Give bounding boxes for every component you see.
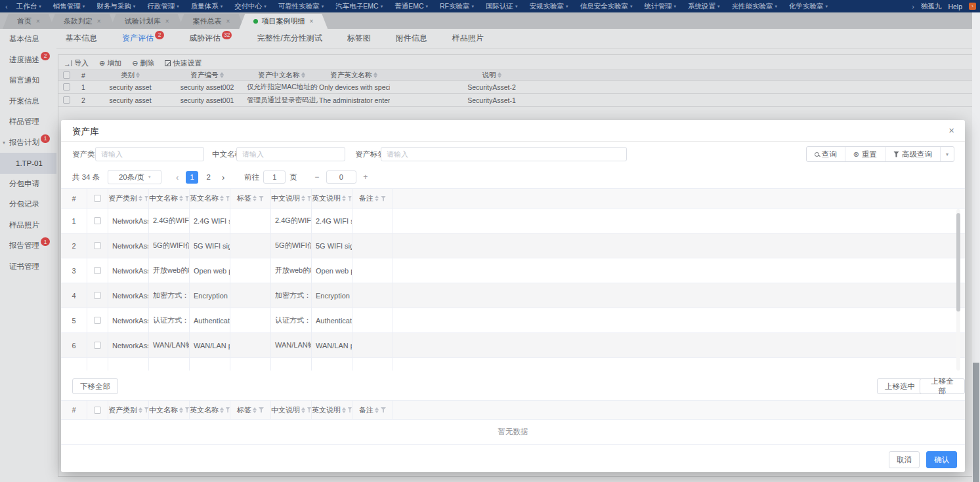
next-page-icon[interactable]: › bbox=[217, 173, 230, 182]
table-row[interactable]: 2 NetworkAsset 5G的WIFI信号广播 5G WIFI signa… bbox=[61, 233, 965, 258]
page-number-2[interactable]: 2 bbox=[202, 171, 215, 184]
table-scrollbar[interactable] bbox=[956, 209, 960, 371]
filter-icon[interactable] bbox=[307, 407, 311, 412]
sort-icon[interactable] bbox=[342, 195, 346, 201]
column-header[interactable]: 备注 bbox=[352, 189, 393, 209]
filter-icon[interactable] bbox=[185, 407, 189, 412]
query-button[interactable]: 查询 bbox=[807, 147, 845, 161]
table-row[interactable]: 6 NetworkAsset WAN/LAN物理接 WAN/LAN physic… bbox=[61, 333, 965, 358]
page-scrollbar[interactable] bbox=[972, 12, 980, 482]
sort-icon[interactable] bbox=[179, 407, 183, 413]
sort-icon[interactable] bbox=[375, 195, 379, 201]
select-all-checkbox[interactable] bbox=[94, 195, 101, 202]
prev-page-icon[interactable]: ‹ bbox=[171, 173, 184, 182]
scrollbar-thumb[interactable] bbox=[973, 363, 979, 482]
advanced-query-dropdown[interactable]: ▾ bbox=[940, 147, 954, 161]
sort-icon[interactable] bbox=[138, 407, 142, 413]
row-checkbox[interactable] bbox=[94, 217, 101, 224]
filter-icon[interactable] bbox=[348, 196, 352, 201]
modal-header: 资产库 × bbox=[61, 120, 965, 142]
filter-icon[interactable] bbox=[144, 196, 148, 201]
advanced-query-button[interactable]: 高级查询 bbox=[885, 147, 940, 161]
table-header-row: # 资产类别 中文名称 英文名称 标签 中文说明 英文说明 备注 bbox=[61, 400, 965, 420]
asset-library-modal: 资产库 × 资产类别 中文名称 资产标签 查询 ⊗重置 高级查询 ▾ 共 34 … bbox=[61, 120, 965, 472]
reset-icon: ⊗ bbox=[853, 151, 859, 158]
sort-icon[interactable] bbox=[138, 195, 142, 201]
row-checkbox[interactable] bbox=[94, 317, 101, 324]
sort-icon[interactable] bbox=[179, 195, 183, 201]
move-all-up-button[interactable]: 上移全部 bbox=[920, 378, 965, 394]
column-header[interactable]: 英文说明 bbox=[312, 401, 352, 420]
row-checkbox[interactable] bbox=[94, 242, 101, 249]
scrollbar-thumb[interactable] bbox=[956, 213, 960, 311]
page-size-select[interactable]: 20条/页▾ bbox=[108, 170, 161, 184]
table-row[interactable]: 1 NetworkAsset 2.4G的WIFI信号广 2.4G WIFI si… bbox=[61, 209, 965, 233]
sort-icon[interactable] bbox=[220, 195, 224, 201]
chevron-down-icon: ▾ bbox=[148, 174, 151, 180]
filter-icon[interactable] bbox=[307, 196, 311, 201]
table-row[interactable]: 3 NetworkAsset 开放web的80和19 Open web port… bbox=[61, 258, 965, 283]
row-checkbox[interactable] bbox=[94, 292, 101, 299]
query-button-group: 查询 ⊗重置 高级查询 ▾ bbox=[806, 146, 954, 162]
select-all-checkbox[interactable] bbox=[94, 407, 101, 414]
goto-page-input[interactable] bbox=[263, 171, 286, 184]
stepper-input[interactable] bbox=[326, 171, 356, 184]
filter-icon[interactable] bbox=[381, 407, 386, 412]
column-header[interactable]: 英文名称 bbox=[190, 189, 230, 209]
sort-icon[interactable] bbox=[342, 407, 346, 413]
total-count: 共 34 条 bbox=[72, 172, 100, 182]
column-header[interactable]: 中文名称 bbox=[149, 189, 190, 209]
filter-icon[interactable] bbox=[226, 196, 230, 201]
modal-footer: 取消 确认 bbox=[889, 451, 957, 468]
reset-button[interactable]: ⊗重置 bbox=[845, 147, 885, 161]
sort-icon[interactable] bbox=[301, 195, 305, 201]
filter-icon[interactable] bbox=[348, 407, 352, 412]
row-checkbox[interactable] bbox=[94, 342, 101, 349]
sort-icon[interactable] bbox=[253, 407, 257, 413]
column-header[interactable]: 备注 bbox=[352, 401, 393, 420]
sort-icon[interactable] bbox=[253, 195, 257, 201]
page-number-1[interactable]: 1 bbox=[186, 171, 198, 184]
sort-icon[interactable] bbox=[301, 407, 305, 413]
column-header[interactable]: 中文名称 bbox=[149, 401, 190, 420]
sort-icon[interactable] bbox=[220, 407, 224, 413]
row-checkbox[interactable] bbox=[94, 267, 101, 274]
filter-icon[interactable] bbox=[259, 407, 264, 412]
pagination-bar: 共 34 条 20条/页▾ ‹ 1 2 › 前往 页 − + bbox=[72, 170, 954, 184]
modal-title: 资产库 bbox=[72, 126, 99, 138]
filter-icon[interactable] bbox=[381, 196, 386, 201]
confirm-button[interactable]: 确认 bbox=[926, 451, 957, 468]
column-header[interactable]: 中文说明 bbox=[271, 401, 312, 420]
table-header-row: # 资产类别 中文名称 英文名称 标签 中文说明 英文说明 备注 bbox=[61, 188, 965, 209]
column-header[interactable]: 标签 bbox=[230, 401, 271, 420]
empty-placeholder: 暂无数据 bbox=[61, 420, 965, 445]
plus-icon[interactable]: + bbox=[362, 172, 370, 182]
chinese-name-input[interactable] bbox=[236, 147, 345, 161]
filter-icon[interactable] bbox=[259, 196, 264, 201]
column-header[interactable]: 英文名称 bbox=[190, 401, 230, 420]
minus-icon[interactable]: − bbox=[313, 172, 321, 182]
filter-icon bbox=[893, 151, 899, 157]
close-icon[interactable]: × bbox=[948, 125, 954, 135]
filter-icon[interactable] bbox=[185, 196, 189, 201]
page-unit-label: 页 bbox=[289, 172, 297, 182]
table-row[interactable]: 5 NetworkAsset 认证方式：802.1x Authenticatio… bbox=[61, 308, 965, 333]
asset-tag-input[interactable] bbox=[381, 147, 627, 161]
move-selected-up-button[interactable]: 上移选中 bbox=[877, 378, 923, 394]
column-header[interactable]: 资产类别 bbox=[108, 189, 149, 209]
move-all-down-button[interactable]: 下移全部 bbox=[72, 378, 118, 394]
table-row[interactable]: 4 NetworkAsset 加密方式：WPA2. Encryption met… bbox=[61, 283, 965, 308]
column-header[interactable]: 中文说明 bbox=[271, 189, 312, 209]
goto-label: 前往 bbox=[244, 172, 259, 182]
filter-icon[interactable] bbox=[144, 407, 148, 412]
column-header[interactable]: 英文说明 bbox=[312, 189, 352, 209]
sort-icon[interactable] bbox=[375, 407, 379, 413]
asset-source-table: # 资产类别 中文名称 英文名称 标签 中文说明 英文说明 备注 1 Netwo… bbox=[61, 188, 965, 371]
filter-icon[interactable] bbox=[226, 407, 230, 412]
search-icon bbox=[815, 152, 819, 157]
column-header[interactable]: 标签 bbox=[230, 189, 271, 209]
asset-target-table: # 资产类别 中文名称 英文名称 标签 中文说明 英文说明 备注 暂无数据 bbox=[61, 400, 965, 445]
asset-category-input[interactable] bbox=[95, 147, 204, 161]
cancel-button[interactable]: 取消 bbox=[889, 451, 920, 468]
column-header[interactable]: 资产类别 bbox=[108, 401, 149, 420]
